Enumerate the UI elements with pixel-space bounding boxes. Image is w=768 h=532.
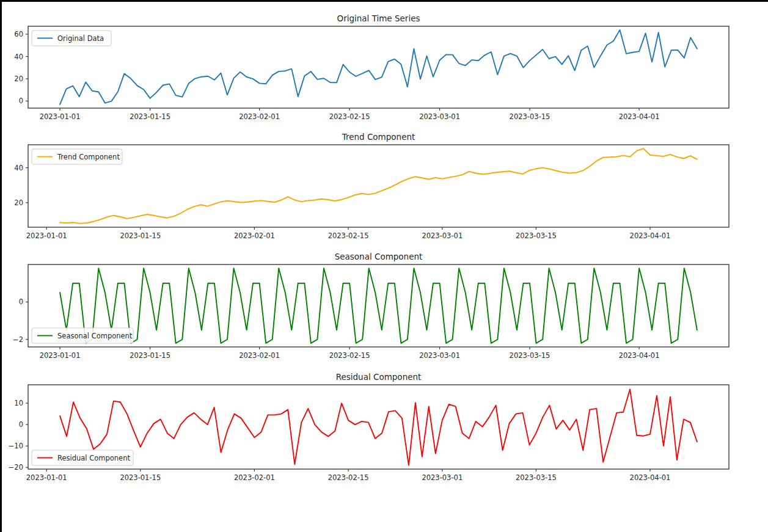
series-line (60, 268, 697, 343)
x-tick-label: 2023-01-01 (26, 231, 67, 240)
window-border-left (0, 0, 2, 532)
plot-trend: 2023-01-012023-01-152023-02-012023-02-15… (14, 132, 729, 240)
y-tick-label: 40 (14, 164, 23, 172)
series-line (60, 148, 697, 224)
legend-original: Original Data (32, 31, 111, 46)
x-tick-label: 2023-02-15 (329, 351, 370, 360)
series-line (60, 30, 697, 104)
figure-canvas: 2023-01-012023-01-152023-02-012023-02-15… (0, 0, 768, 532)
plot-residual: 2023-01-012023-01-152023-02-012023-02-15… (9, 372, 729, 482)
legend-trend: Trend Component (32, 149, 122, 164)
subplot-title-trend: Trend Component (342, 132, 415, 142)
x-tick-label: 2023-02-01 (239, 351, 280, 360)
x-tick-label: 2023-03-15 (510, 351, 550, 360)
x-tick-label: 2023-04-01 (619, 112, 660, 121)
plot-original: 2023-01-012023-01-152023-02-012023-02-15… (14, 13, 729, 121)
y-tick-label: 0 (19, 420, 23, 429)
legend-label-seasonal: Seasonal Component (57, 332, 133, 340)
legend-residual: Residual Component (32, 450, 133, 465)
y-tick-label: 40 (14, 53, 23, 61)
legend-seasonal: Seasonal Component (32, 328, 133, 343)
subplot-title-seasonal: Seasonal Component (335, 252, 423, 261)
y-tick-label: 20 (14, 199, 23, 207)
x-tick-label: 2023-03-15 (510, 112, 550, 121)
x-tick-label: 2023-02-15 (328, 473, 369, 482)
legend-label-trend: Trend Component (57, 153, 120, 161)
x-tick-label: 2023-01-01 (26, 473, 67, 482)
decomposition-figure: 2023-01-012023-01-152023-02-012023-02-15… (0, 0, 768, 532)
x-tick-label: 2023-03-01 (422, 231, 463, 240)
x-tick-label: 2023-04-01 (630, 231, 671, 240)
window-border-top (0, 0, 768, 2)
x-tick-label: 2023-01-01 (40, 351, 81, 360)
x-tick-label: 2023-03-15 (516, 231, 557, 240)
x-tick-label: 2023-03-01 (419, 112, 460, 121)
y-tick-label: 20 (14, 75, 23, 83)
y-tick-label: −2 (13, 335, 23, 344)
x-tick-label: 2023-02-01 (234, 231, 275, 240)
y-tick-label: −20 (9, 463, 23, 472)
x-tick-label: 2023-01-01 (40, 112, 81, 121)
series-line (60, 389, 697, 465)
subplot-title-original: Original Time Series (337, 13, 420, 23)
x-tick-label: 2023-03-15 (516, 473, 557, 482)
axis-frame (28, 145, 729, 227)
x-tick-label: 2023-02-01 (234, 473, 275, 482)
y-tick-label: −10 (9, 442, 23, 450)
axis-frame (28, 26, 729, 108)
y-tick-label: 60 (14, 30, 23, 38)
x-tick-label: 2023-02-15 (329, 112, 370, 121)
x-tick-label: 2023-01-15 (130, 351, 170, 360)
y-tick-label: 10 (14, 399, 23, 407)
x-tick-label: 2023-02-15 (328, 231, 369, 240)
x-tick-label: 2023-01-15 (130, 112, 170, 121)
x-tick-label: 2023-01-15 (120, 231, 161, 240)
plot-seasonal: 2023-01-012023-01-152023-02-012023-02-15… (13, 252, 729, 360)
y-tick-label: 0 (19, 297, 23, 306)
x-tick-label: 2023-01-15 (120, 473, 161, 482)
x-tick-label: 2023-02-01 (239, 112, 280, 121)
x-tick-label: 2023-04-01 (630, 473, 671, 482)
x-tick-label: 2023-03-01 (419, 351, 460, 360)
y-tick-label: 0 (19, 97, 23, 105)
x-tick-label: 2023-04-01 (619, 351, 660, 360)
x-tick-label: 2023-03-01 (422, 473, 463, 482)
legend-label-original: Original Data (57, 34, 104, 43)
legend-label-residual: Residual Component (57, 454, 130, 462)
subplot-title-residual: Residual Component (336, 372, 422, 382)
